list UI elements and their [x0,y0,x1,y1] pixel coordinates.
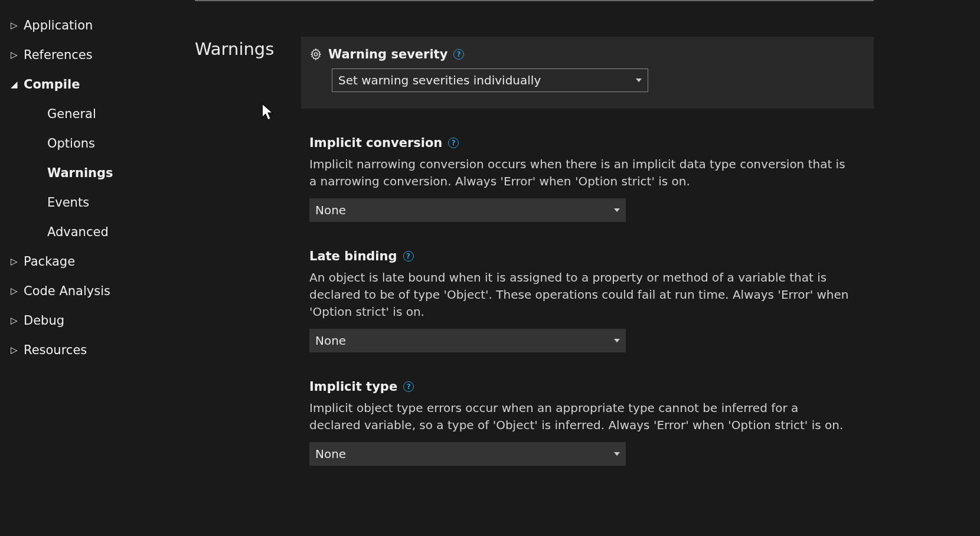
warning-severity-group: Warning severity ? Set warning severitie… [301,37,874,109]
sidebar-item-label: General [46,107,96,121]
chevron-right-icon: ▷ [11,345,22,355]
sidebar-item-package[interactable]: ▷ Package [11,247,189,276]
chevron-right-icon: ▷ [11,315,22,326]
implicit-conversion-select[interactable]: None [309,198,626,222]
sidebar-item-advanced[interactable]: ▷ Advanced [11,217,189,247]
sidebar-item-label: Compile [22,77,80,91]
setting-description: Implicit narrowing conversion occurs whe… [309,156,852,190]
help-icon[interactable]: ? [448,138,459,148]
dropdown-value: Set warning severities individually [338,73,541,87]
chevron-right-icon: ▷ [11,286,22,296]
dropdown-value: None [315,447,346,461]
sidebar-item-label: Debug [22,313,64,328]
sidebar-item-label: Advanced [46,225,109,239]
sidebar-item-options[interactable]: ▷ Options [11,129,189,158]
chevron-down-icon [614,452,620,456]
sidebar-item-label: Options [46,136,95,151]
sidebar-item-label: Package [22,254,75,269]
chevron-right-icon: ▷ [11,50,22,60]
svg-point-0 [314,53,318,56]
sidebar-item-references[interactable]: ▷ References [11,40,189,70]
sidebar-item-resources[interactable]: ▷ Resources [11,335,189,365]
setting-label: Late binding [309,249,397,263]
sidebar-item-label: Application [22,18,93,32]
setting-late-binding: Late binding ? An object is late bound w… [301,249,874,352]
sidebar-item-label: Events [46,195,89,210]
content-area: Warnings Warning severity ? Set warning … [195,0,980,536]
dropdown-value: None [315,203,346,217]
help-icon[interactable]: ? [403,251,414,262]
help-icon[interactable]: ? [453,49,464,60]
chevron-down-icon [614,339,620,342]
setting-description: An object is late bound when it is assig… [309,269,852,321]
dropdown-value: None [315,334,346,348]
sidebar-item-compile[interactable]: ◢ Compile [11,70,189,99]
setting-label: Implicit type [309,380,397,394]
warning-severity-select[interactable]: Set warning severities individually [332,68,648,92]
setting-label: Implicit conversion [309,136,442,150]
gear-icon [309,48,322,61]
implicit-type-select[interactable]: None [309,442,626,466]
chevron-down-icon: ◢ [11,79,22,90]
sidebar-item-code-analysis[interactable]: ▷ Code Analysis [11,276,189,306]
chevron-down-icon [636,79,642,82]
sidebar-item-application[interactable]: ▷ Application [11,11,189,40]
sidebar-item-label: Code Analysis [22,284,110,298]
sidebar-item-debug[interactable]: ▷ Debug [11,306,189,335]
sidebar: ▷ Application ▷ References ◢ Compile ▷ G… [0,0,195,536]
sidebar-item-label: References [22,48,93,62]
chevron-right-icon: ▷ [11,256,22,267]
section-title: Warnings [195,37,301,59]
sidebar-item-events[interactable]: ▷ Events [11,188,189,217]
sidebar-item-warnings[interactable]: ▷ Warnings [11,158,189,188]
setting-description: Implicit object type errors occur when a… [309,400,852,434]
sidebar-item-general[interactable]: ▷ General [11,99,189,129]
chevron-right-icon: ▷ [11,20,22,31]
sidebar-item-label: Resources [22,343,87,357]
sidebar-item-label: Warnings [46,166,113,180]
help-icon[interactable]: ? [403,381,414,392]
chevron-down-icon [614,208,620,212]
setting-implicit-type: Implicit type ? Implicit object type err… [301,380,874,466]
late-binding-select[interactable]: None [309,329,626,352]
setting-implicit-conversion: Implicit conversion ? Implicit narrowing… [301,136,874,222]
warning-severity-label: Warning severity [328,47,447,61]
